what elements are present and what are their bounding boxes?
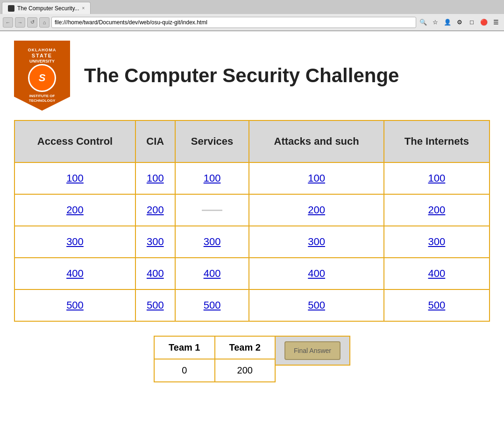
- team2-header: Team 2: [215, 336, 275, 359]
- table-cell-r1-c1: 200: [135, 194, 175, 226]
- table-cell-r2-c2: 300: [175, 226, 249, 258]
- cell-link-r2-c4[interactable]: 300: [428, 236, 446, 247]
- table-cell-r0-c4: 100: [384, 162, 490, 194]
- table-row: 100100100100100: [14, 162, 490, 194]
- table-cell-r0-c0: 100: [14, 162, 135, 194]
- score-section: Team 1 Team 2 0 200 Final Answer: [14, 336, 490, 382]
- table-cell-r0-c1: 100: [135, 162, 175, 194]
- page-title: The Computer Security Challenge: [84, 64, 399, 87]
- table-cell-r2-c1: 300: [135, 226, 175, 258]
- logo-circle: S: [28, 64, 56, 92]
- col-header-access-control: Access Control: [14, 120, 135, 162]
- table-cell-r1-c2: ——: [175, 194, 249, 226]
- logo-osu-text: OKLAHOMA STATE UNIVERSITY: [28, 48, 57, 64]
- home-button[interactable]: ⌂: [39, 17, 50, 28]
- cell-link-r4-c1[interactable]: 500: [147, 299, 164, 311]
- table-cell-r4-c0: 500: [14, 289, 135, 321]
- active-tab[interactable]: The Computer Security... ×: [2, 2, 91, 14]
- table-header-row: Access Control CIA Services Attacks and …: [14, 120, 490, 162]
- jeopardy-table: Access Control CIA Services Attacks and …: [14, 120, 490, 322]
- table-cell-r2-c3: 300: [249, 226, 383, 258]
- cell-link-r1-c1[interactable]: 200: [147, 204, 164, 216]
- bookmark-icon[interactable]: ☆: [430, 17, 440, 28]
- table-cell-r3-c3: 400: [249, 258, 383, 289]
- cell-link-r2-c1[interactable]: 300: [147, 236, 164, 247]
- cell-link-r2-c2[interactable]: 300: [204, 236, 221, 247]
- nav-icons: 🔍 ☆ 👤 ⚙ □ 🔴 ☰: [418, 17, 501, 28]
- table-cell-r4-c2: 500: [175, 289, 249, 321]
- table-row: 500500500500500: [14, 289, 490, 321]
- cell-disabled-r1-c2: ——: [202, 204, 222, 216]
- forward-button[interactable]: →: [15, 17, 25, 28]
- nav-bar: ← → ↺ ⌂ 🔍 ☆ 👤 ⚙ □ 🔴 ☰: [0, 14, 504, 31]
- cell-link-r3-c0[interactable]: 400: [66, 268, 84, 279]
- table-cell-r2-c0: 300: [14, 226, 135, 258]
- tab-favicon: [8, 5, 14, 12]
- cell-link-r3-c3[interactable]: 400: [308, 268, 325, 279]
- tab-close-button[interactable]: ×: [82, 6, 85, 11]
- profile-icon[interactable]: 👤: [442, 17, 453, 28]
- table-row: 400400400400400: [14, 258, 490, 289]
- tab-bar: The Computer Security... ×: [0, 0, 504, 14]
- cell-link-r2-c3[interactable]: 300: [308, 236, 325, 247]
- menu-icon[interactable]: ☰: [491, 17, 501, 28]
- table-cell-r4-c4: 500: [384, 289, 490, 321]
- back-button[interactable]: ←: [3, 17, 13, 28]
- table-cell-r3-c0: 400: [14, 258, 135, 289]
- browser-chrome: The Computer Security... × ← → ↺ ⌂ 🔍 ☆ 👤…: [0, 0, 504, 31]
- cell-link-r4-c4[interactable]: 500: [428, 299, 446, 311]
- table-cell-r1-c3: 200: [249, 194, 383, 226]
- table-row: 200200——200200: [14, 194, 490, 226]
- table-cell-r3-c1: 400: [135, 258, 175, 289]
- score-table: Team 1 Team 2 0 200: [154, 336, 276, 382]
- table-cell-r4-c1: 500: [135, 289, 175, 321]
- table-cell-r0-c2: 100: [175, 162, 249, 194]
- logo-bottom-text: Institute ofTechnology: [29, 94, 55, 104]
- cell-link-r1-c4[interactable]: 200: [428, 204, 446, 216]
- windows-icon[interactable]: □: [467, 17, 477, 28]
- col-header-attacks: Attacks and such: [249, 120, 383, 162]
- cell-link-r0-c4[interactable]: 100: [428, 172, 446, 184]
- cell-link-r1-c3[interactable]: 200: [308, 204, 325, 216]
- col-header-cia: CIA: [135, 120, 175, 162]
- team2-score: 200: [215, 359, 275, 382]
- cell-link-r4-c0[interactable]: 500: [66, 299, 84, 311]
- cell-link-r4-c3[interactable]: 500: [308, 299, 325, 311]
- final-answer-button[interactable]: Final Answer: [284, 341, 341, 360]
- table-cell-r4-c3: 500: [249, 289, 383, 321]
- cell-link-r0-c2[interactable]: 100: [204, 172, 221, 184]
- cell-link-r0-c0[interactable]: 100: [66, 172, 84, 184]
- settings-icon[interactable]: ⚙: [454, 17, 465, 28]
- cell-link-r3-c4[interactable]: 400: [428, 268, 446, 279]
- table-cell-r3-c2: 400: [175, 258, 249, 289]
- col-header-services: Services: [175, 120, 249, 162]
- search-icon[interactable]: 🔍: [418, 17, 428, 28]
- final-answer-container: Final Answer: [276, 336, 350, 366]
- address-bar[interactable]: [51, 17, 416, 28]
- col-header-internets: The Internets: [384, 120, 490, 162]
- cell-link-r2-c0[interactable]: 300: [66, 236, 84, 247]
- table-row: 300300300300300: [14, 226, 490, 258]
- tab-title: The Computer Security...: [17, 5, 79, 12]
- cell-link-r0-c3[interactable]: 100: [308, 172, 325, 184]
- cell-link-r3-c2[interactable]: 400: [204, 268, 221, 279]
- table-cell-r1-c4: 200: [384, 194, 490, 226]
- cell-link-r3-c1[interactable]: 400: [147, 268, 164, 279]
- reload-button[interactable]: ↺: [27, 17, 37, 28]
- page-content: OKLAHOMA STATE UNIVERSITY S Institute of…: [0, 31, 504, 437]
- header: OKLAHOMA STATE UNIVERSITY S Institute of…: [14, 41, 490, 111]
- addon-icon[interactable]: 🔴: [479, 17, 489, 28]
- table-cell-r0-c3: 100: [249, 162, 383, 194]
- team1-header: Team 1: [154, 336, 214, 359]
- table-cell-r1-c0: 200: [14, 194, 135, 226]
- team1-score: 0: [154, 359, 214, 382]
- cell-link-r1-c0[interactable]: 200: [66, 204, 84, 216]
- cell-link-r4-c2[interactable]: 500: [204, 299, 221, 311]
- table-cell-r3-c4: 400: [384, 258, 490, 289]
- table-cell-r2-c4: 300: [384, 226, 490, 258]
- logo: OKLAHOMA STATE UNIVERSITY S Institute of…: [14, 41, 70, 111]
- cell-link-r0-c1[interactable]: 100: [147, 172, 164, 184]
